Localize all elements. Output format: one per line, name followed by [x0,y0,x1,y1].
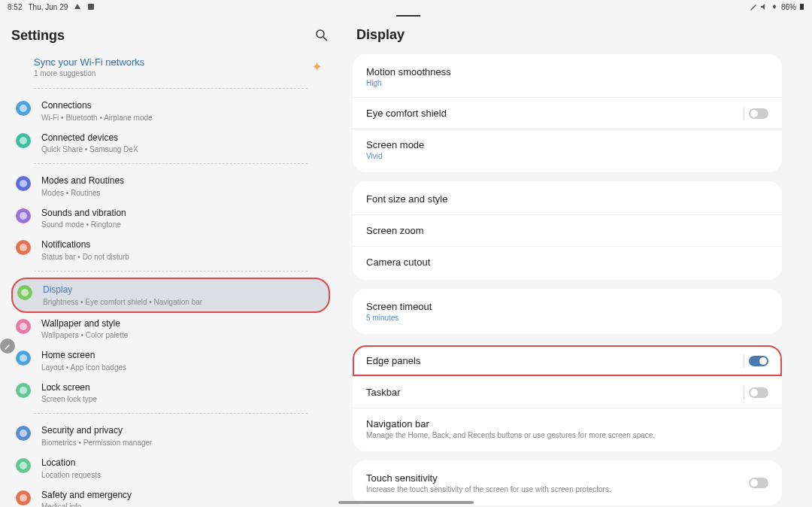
search-button[interactable] [314,27,330,44]
category-group-3: DisplayBrightness • Eye comfort shield •… [11,278,330,408]
suggestion-title: Sync your Wi-Fi networks [34,56,144,68]
category-subtitle: Modes • Routines [41,189,124,197]
sidebar-item-modes-and-routines[interactable]: Modes and RoutinesModes • Routines [11,170,330,202]
category-subtitle: Status bar • Do not disturb [41,253,129,261]
home-icon [16,351,31,366]
toggle-divider [744,354,744,368]
category-subtitle: Sound mode • Ringtone [41,220,126,229]
divider [34,163,308,164]
setting-title: Screen mode [366,139,768,150]
svg-rect-0 [88,4,94,10]
sidebar-item-sounds-and-vibration[interactable]: Sounds and vibrationSound mode • Rington… [11,202,330,235]
svg-point-8 [20,244,27,251]
category-title: Location [41,457,101,469]
setting-title: Eye comfort shield [366,108,768,119]
settings-title: Settings [11,28,65,44]
setting-screen-timeout[interactable]: Screen timeout5 minutes [353,291,782,332]
sidebar-item-display[interactable]: DisplayBrightness • Eye comfort shield •… [11,278,330,313]
setting-title: Screen timeout [366,301,768,312]
wifi-icon [771,3,778,11]
sidebar-item-wallpaper-and-style[interactable]: Wallpaper and styleWallpapers • Color pa… [11,313,330,345]
battery-percent: 86% [781,3,796,11]
card-touch: Touch sensitivityIncrease the touch sens… [353,460,782,505]
divider [34,413,308,414]
setting-title: Font size and style [366,193,768,205]
divider [34,271,308,272]
top-indicator [396,15,420,17]
nav-handle[interactable] [338,501,474,504]
status-date: Thu, Jun 29 [28,3,68,11]
svg-point-7 [20,212,27,220]
setting-screen-zoom[interactable]: Screen zoom [353,214,782,246]
setting-font-size-and-style[interactable]: Font size and style [353,184,782,214]
setting-title: Taskbar [366,387,768,398]
setting-taskbar[interactable]: Taskbar [353,376,782,408]
toggle-switch[interactable] [749,108,768,119]
category-title: Security and privacy [41,425,152,437]
warning-icon [74,3,81,11]
toggle-divider [744,107,744,120]
status-bar: 8:52 Thu, Jun 29 86% [0,0,812,14]
suggestion-item[interactable]: Sync your Wi-Fi networks 1 more suggesti… [11,55,330,83]
svg-point-11 [20,354,27,362]
sidebar-item-location[interactable]: LocationLocation requests [11,452,330,484]
category-title: Notifications [41,239,129,251]
svg-point-15 [20,494,27,502]
sidebar-item-safety-and-emergency[interactable]: Safety and emergencyMedical info [11,484,330,507]
modes-icon [16,176,31,191]
pen-icon [750,3,757,11]
sidebar-item-notifications[interactable]: NotificationsStatus bar • Do not disturb [11,234,330,266]
card-font: Font size and styleScreen zoomCamera cut… [353,181,782,280]
svg-point-4 [20,105,27,112]
category-subtitle: Biometrics • Permission manager [41,439,152,447]
category-title: Wallpaper and style [41,318,128,330]
category-group-1: ConnectionsWi-Fi • Bluetooth • Airplane … [11,95,330,159]
category-group-4: Security and privacyBiometrics • Permiss… [11,420,330,507]
setting-edge-panels[interactable]: Edge panels [353,345,782,376]
sidebar-item-home-screen[interactable]: Home screenLayout • App icon badges [11,345,330,377]
sidebar-item-connected-devices[interactable]: Connected devicesQuick Share • Samsung D… [11,127,330,159]
category-subtitle: Location requests [41,471,101,479]
category-group-2: Modes and RoutinesModes • RoutinesSounds… [11,170,330,266]
category-subtitle: Quick Share • Samsung DeX [41,145,138,153]
category-title: Modes and Routines [41,175,124,187]
setting-title: Navigation bar [366,418,768,430]
floating-edit-button[interactable] [0,339,15,354]
svg-point-12 [20,387,27,394]
category-subtitle: Wi-Fi • Bluetooth • Airplane mode [41,114,153,122]
setting-desc: Manage the Home, Back, and Recents butto… [366,431,768,439]
category-subtitle: Screen lock type [41,395,97,403]
category-title: Sounds and vibration [41,208,126,220]
setting-touch-sensitivity[interactable]: Touch sensitivityIncrease the touch sens… [353,463,782,503]
display-header: Display [356,27,782,43]
image-icon [87,3,95,11]
setting-navigation-bar[interactable]: Navigation barManage the Home, Back, and… [353,408,782,449]
setting-title: Touch sensitivity [366,472,768,484]
sidebar-item-security-and-privacy[interactable]: Security and privacyBiometrics • Permiss… [11,420,330,452]
toggle-switch[interactable] [749,387,768,398]
safety-icon [16,490,31,505]
category-subtitle: Wallpapers • Color palette [41,331,128,339]
category-title: Safety and emergency [41,490,132,502]
wifi-icon [16,101,31,116]
setting-eye-comfort-shield[interactable]: Eye comfort shield [353,97,782,129]
category-title: Display [43,284,202,296]
notif-icon [16,240,31,255]
svg-line-3 [323,37,327,41]
security-icon [16,426,31,441]
setting-screen-mode[interactable]: Screen modeVivid [353,129,782,170]
svg-point-13 [20,430,27,437]
svg-point-14 [20,462,27,469]
settings-sidebar: Settings Sync your Wi-Fi networks 1 more… [0,14,341,507]
display-panel: Display Motion smoothnessHighEye comfort… [341,14,812,507]
sidebar-item-connections[interactable]: ConnectionsWi-Fi • Bluetooth • Airplane … [11,95,330,127]
setting-camera-cutout[interactable]: Camera cutout [353,246,782,278]
toggle-switch[interactable] [749,478,768,488]
battery-icon [799,3,804,11]
category-title: Connections [41,100,153,112]
setting-value: High [366,79,768,87]
toggle-switch[interactable] [749,356,768,366]
setting-motion-smoothness[interactable]: Motion smoothnessHigh [353,56,782,97]
setting-value: 5 minutes [366,314,768,322]
sidebar-item-lock-screen[interactable]: Lock screenScreen lock type [11,377,330,409]
